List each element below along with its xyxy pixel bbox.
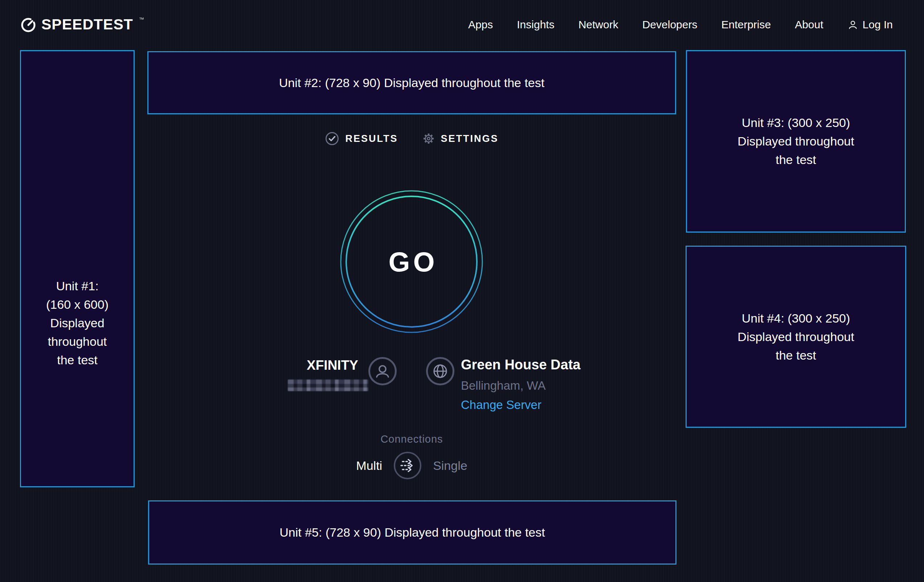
nav-item-network[interactable]: Network [579, 18, 619, 31]
isp-user-badge[interactable] [368, 357, 397, 385]
logo[interactable]: SPEEDTEST ™ [20, 16, 144, 33]
tabs-bar: RESULTS SETTINGS [147, 131, 676, 146]
server-name: Green House Data [461, 357, 580, 373]
nav-item-enterprise[interactable]: Enterprise [721, 18, 771, 31]
nav-item-apps[interactable]: Apps [468, 18, 493, 31]
tab-settings[interactable]: SETTINGS [422, 132, 499, 145]
nav-item-developers[interactable]: Developers [642, 18, 698, 31]
tab-results-label: RESULTS [345, 133, 398, 144]
header: SPEEDTEST ™ Apps Insights Network Develo… [0, 0, 924, 49]
ad-unit-1[interactable]: Unit #1: (160 x 600) Displayed throughou… [20, 50, 135, 487]
ad-unit-3-text: Unit #3: (300 x 250) Displayed throughou… [738, 114, 854, 169]
ad-unit-2[interactable]: Unit #2: (728 x 90) Displayed throughout… [147, 51, 676, 114]
connections-toggle[interactable] [394, 452, 421, 479]
multi-connection-arrows-icon [398, 456, 417, 475]
globe-icon [431, 362, 450, 381]
ad-unit-5-text: Unit #5: (728 x 90) Displayed throughout… [279, 523, 545, 542]
user-icon [847, 19, 858, 30]
server-badge[interactable] [426, 357, 454, 385]
person-icon [372, 361, 393, 381]
ad-unit-1-text: Unit #1: (160 x 600) Displayed throughou… [46, 168, 109, 369]
tab-results[interactable]: RESULTS [325, 131, 398, 146]
connection-mode-single[interactable]: Single [433, 458, 467, 473]
check-circle-icon [325, 131, 339, 146]
redacted-ip-address [288, 379, 368, 391]
main-nav: Apps Insights Network Developers Enterpr… [468, 18, 893, 31]
go-button[interactable]: GO [339, 189, 484, 334]
ad-unit-4-text: Unit #4: (300 x 250) Displayed throughou… [738, 309, 854, 364]
go-button-label: GO [388, 246, 438, 278]
ad-unit-3[interactable]: Unit #3: (300 x 250) Displayed throughou… [686, 50, 906, 232]
gear-icon [422, 132, 435, 145]
change-server-link[interactable]: Change Server [461, 398, 541, 412]
brand-title: SPEEDTEST [41, 16, 133, 32]
connection-mode-multi[interactable]: Multi [356, 458, 382, 473]
tab-settings-label: SETTINGS [441, 133, 499, 144]
server-location: Bellingham, WA [461, 379, 546, 392]
nav-item-insights[interactable]: Insights [517, 18, 554, 31]
speedometer-icon [20, 17, 36, 33]
brand-trademark: ™ [139, 16, 144, 22]
isp-name: XFINITY [304, 358, 361, 373]
ad-unit-5[interactable]: Unit #5: (728 x 90) Displayed throughout… [148, 500, 676, 565]
ad-unit-4[interactable]: Unit #4: (300 x 250) Displayed throughou… [686, 246, 906, 428]
connections-toggle-row: Multi Single [147, 452, 676, 479]
speedtest-page: SPEEDTEST ™ Apps Insights Network Develo… [0, 0, 924, 582]
login-label: Log In [863, 18, 893, 31]
connections-label: Connections [147, 433, 676, 445]
login-button[interactable]: Log In [847, 18, 893, 31]
nav-item-about[interactable]: About [795, 18, 823, 31]
ad-unit-2-text: Unit #2: (728 x 90) Displayed throughout… [279, 74, 544, 92]
